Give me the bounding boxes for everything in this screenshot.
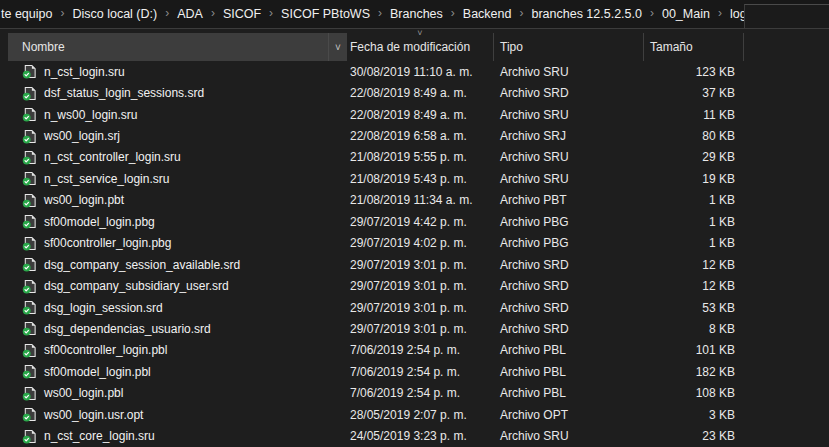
file-row[interactable]: n_cst_service_login.sru 21/08/2019 5:43 … (0, 168, 829, 189)
column-header-fecha-label: Fecha de modificación (350, 40, 470, 54)
explorer-window: te equipo›Disco local (D:)›ADA›SICOF›SIC… (0, 0, 829, 447)
file-name: dsg_company_subsidiary_user.srd (44, 279, 229, 293)
file-size: 182 KB (644, 365, 744, 379)
file-name: n_cst_core_login.sru (44, 429, 155, 443)
file-size: 12 KB (644, 279, 744, 293)
file-name: ws00_login.pbt (44, 193, 124, 207)
breadcrumb-item[interactable]: SICOF PBtoWS (276, 7, 375, 21)
file-date: 7/06/2019 2:54 p. m. (347, 386, 494, 400)
breadcrumb-chevron-icon[interactable]: › (162, 6, 172, 20)
file-check-icon (22, 429, 37, 444)
file-check-icon (22, 107, 37, 122)
file-type: Archivo OPT (494, 408, 644, 422)
breadcrumb-chevron-icon[interactable]: › (375, 6, 385, 20)
file-row[interactable]: dsg_company_session_available.srd 29/07/… (0, 254, 829, 275)
breadcrumb-chevron-icon[interactable]: › (57, 6, 67, 20)
file-size: 53 KB (644, 301, 744, 315)
file-name: dsg_dependencias_usuario.srd (44, 322, 211, 336)
breadcrumb-item[interactable]: Disco local (D:) (67, 7, 162, 21)
file-row[interactable]: n_cst_login.sru 30/08/2019 11:10 a. m. A… (0, 61, 829, 82)
breadcrumb-item[interactable]: branches 12.5.2.5.0 (526, 7, 647, 21)
column-header-tipo-label: Tipo (500, 40, 523, 54)
file-date: 22/08/2019 8:49 a. m. (347, 108, 494, 122)
file-date: 22/08/2019 8:49 a. m. (347, 86, 494, 100)
file-name: n_cst_controller_login.sru (44, 150, 181, 164)
breadcrumb: te equipo›Disco local (D:)›ADA›SICOF›SIC… (0, 0, 744, 28)
file-date: 29/07/2019 3:01 p. m. (347, 258, 494, 272)
file-check-icon (22, 236, 37, 251)
column-header-tipo[interactable]: Tipo (494, 33, 644, 61)
file-date: 22/08/2019 6:58 a. m. (347, 129, 494, 143)
column-header-nombre-label: Nombre (22, 40, 65, 54)
column-header-nombre[interactable]: Nombre ˅ (8, 33, 347, 61)
file-type: Archivo PBL (494, 365, 644, 379)
file-type: Archivo SRU (494, 150, 644, 164)
file-type: Archivo PBL (494, 343, 644, 357)
breadcrumb-item[interactable]: Backend (458, 7, 517, 21)
file-size: 8 KB (644, 322, 744, 336)
file-row[interactable]: dsg_dependencias_usuario.srd 29/07/2019 … (0, 318, 829, 339)
column-headers: Nombre ˅ ˅ Fecha de modificación Tipo Ta… (0, 33, 829, 61)
file-row[interactable]: n_cst_controller_login.sru 21/08/2019 5:… (0, 147, 829, 168)
column-header-tamano[interactable]: Tamaño (644, 33, 744, 61)
file-row[interactable]: ws00_login.srj 22/08/2019 6:58 a. m. Arc… (0, 125, 829, 146)
file-check-icon (22, 129, 37, 144)
file-name: ws00_login.pbl (44, 386, 123, 400)
address-bar: te equipo›Disco local (D:)›ADA›SICOF›SIC… (0, 0, 829, 29)
file-row[interactable]: sf00model_login.pbg 29/07/2019 4:42 p. m… (0, 211, 829, 232)
file-row[interactable]: dsf_status_login_sessions.srd 22/08/2019… (0, 82, 829, 103)
file-date: 29/07/2019 3:01 p. m. (347, 301, 494, 315)
file-check-icon (22, 171, 37, 186)
file-size: 11 KB (644, 108, 744, 122)
column-header-fecha[interactable]: ˅ Fecha de modificación (347, 33, 494, 61)
file-date: 30/08/2019 11:10 a. m. (347, 65, 494, 79)
column-header-spacer (744, 33, 829, 61)
file-check-icon (22, 193, 37, 208)
breadcrumb-chevron-icon[interactable]: › (448, 6, 458, 20)
file-row[interactable]: ws00_login.pbl 7/06/2019 2:54 p. m. Arch… (0, 383, 829, 404)
file-row[interactable]: ws00_login.pbt 21/08/2019 11:34 a. m. Ar… (0, 190, 829, 211)
breadcrumb-item[interactable]: ADA (172, 7, 208, 21)
breadcrumb-item[interactable]: te equipo (0, 7, 57, 21)
file-size: 1 KB (644, 215, 744, 229)
file-name: n_cst_service_login.sru (44, 172, 169, 186)
file-date: 21/08/2019 5:43 p. m. (347, 172, 494, 186)
search-box[interactable] (744, 4, 829, 28)
breadcrumb-chevron-icon[interactable]: › (647, 6, 657, 20)
file-size: 108 KB (644, 386, 744, 400)
file-name: sf00controller_login.pbg (44, 236, 171, 250)
breadcrumb-chevron-icon[interactable]: › (715, 6, 725, 20)
file-check-icon (22, 386, 37, 401)
file-type: Archivo SRD (494, 279, 644, 293)
breadcrumb-item[interactable]: SICOF (218, 7, 266, 21)
file-date: 21/08/2019 11:34 a. m. (347, 193, 494, 207)
breadcrumb-chevron-icon[interactable]: › (516, 6, 526, 20)
breadcrumb-item[interactable]: login (725, 7, 744, 21)
file-check-icon (22, 86, 37, 101)
file-type: Archivo PBG (494, 215, 644, 229)
file-date: 29/07/2019 3:01 p. m. (347, 322, 494, 336)
file-size: 19 KB (644, 172, 744, 186)
file-row[interactable]: sf00model_login.pbl 7/06/2019 2:54 p. m.… (0, 361, 829, 382)
file-size: 12 KB (644, 258, 744, 272)
file-row[interactable]: dsg_login_session.srd 29/07/2019 3:01 p.… (0, 297, 829, 318)
file-type: Archivo SRD (494, 258, 644, 272)
file-row[interactable]: sf00controller_login.pbl 7/06/2019 2:54 … (0, 340, 829, 361)
file-row[interactable]: sf00controller_login.pbg 29/07/2019 4:02… (0, 233, 829, 254)
breadcrumb-item[interactable]: Branches (385, 7, 448, 21)
file-size: 123 KB (644, 65, 744, 79)
file-date: 29/07/2019 3:01 p. m. (347, 279, 494, 293)
chevron-down-icon[interactable]: ˅ (328, 33, 347, 61)
file-row[interactable]: ws00_login.usr.opt 28/05/2019 2:07 p. m.… (0, 404, 829, 425)
file-row[interactable]: n_cst_core_login.sru 24/05/2019 3:23 p. … (0, 425, 829, 446)
file-row[interactable]: dsg_company_subsidiary_user.srd 29/07/20… (0, 275, 829, 296)
file-type: Archivo SRU (494, 172, 644, 186)
file-check-icon (22, 150, 37, 165)
breadcrumb-chevron-icon[interactable]: › (266, 6, 276, 20)
breadcrumb-item[interactable]: 00_Main (657, 7, 715, 21)
file-check-icon (22, 321, 37, 336)
breadcrumb-chevron-icon[interactable]: › (208, 6, 218, 20)
file-check-icon (22, 300, 37, 315)
file-type: Archivo SRD (494, 322, 644, 336)
file-row[interactable]: n_ws00_login.sru 22/08/2019 8:49 a. m. A… (0, 104, 829, 125)
